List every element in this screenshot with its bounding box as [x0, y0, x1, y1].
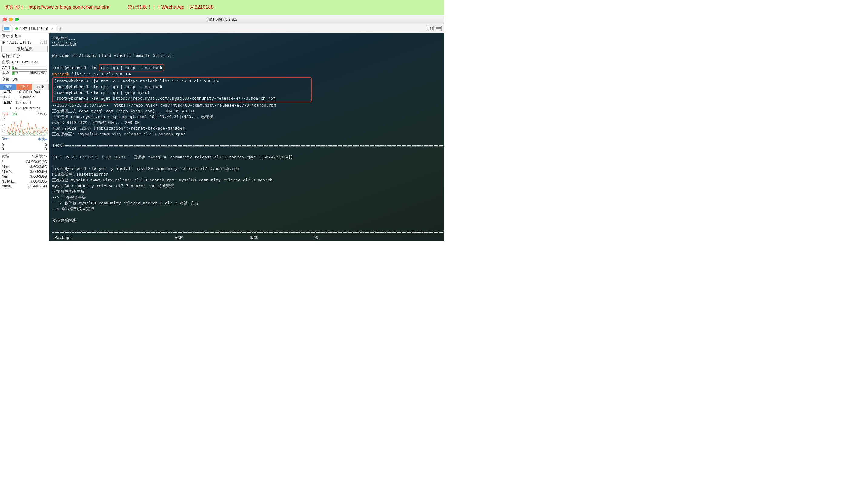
fs-row[interactable]: /dev3.6G/3.6G: [0, 164, 49, 169]
network-chart: 9K 6K 3K: [1, 118, 48, 136]
process-row: 00.3rcu_sched: [0, 106, 49, 111]
system-info-button[interactable]: 系统信息: [1, 46, 48, 53]
fs-row[interactable]: /34.9G/39.2G: [0, 160, 49, 164]
process-row: 13.7M10AliYunDun: [0, 90, 49, 95]
window-title: FinalShell 3.9.8.2: [0, 17, 444, 22]
add-tab-button[interactable]: +: [58, 26, 63, 31]
iface-label[interactable]: eth0▾: [38, 112, 47, 116]
highlight-box: rpm -qa | grep -i mariadb: [99, 64, 164, 71]
uptime: 运行 10 分: [0, 53, 49, 59]
tab-cmd[interactable]: 命令: [32, 84, 49, 90]
sidebar: 同步状态 IP 47.116.143.16复制 系统信息 运行 10 分 负载 …: [0, 33, 49, 241]
process-table: 13.7M10AliYunDun 385.8...1mysqld 5.9M0.7…: [0, 90, 49, 111]
fs-row[interactable]: /run/u...746M/746M: [0, 184, 49, 189]
process-row: 385.8...1mysqld: [0, 95, 49, 100]
ping-row: 0ms本机▾: [0, 136, 49, 142]
sync-status: 同步状态: [0, 33, 49, 39]
mem-row: 内存10%769M/7.3G: [0, 70, 49, 76]
blog-link[interactable]: https://www.cnblogs.com/chenyanbin/: [28, 4, 109, 10]
grid-view-icon[interactable]: [427, 26, 434, 31]
process-tabs: 内存 CPU 命令: [0, 84, 49, 90]
highlight-box: [root@ybchen-1 ~]# rpm -e --nodeps maria…: [52, 77, 312, 102]
folder-icon: [4, 27, 9, 30]
fs-row[interactable]: /run3.6G/3.6G: [0, 174, 49, 179]
cpu-row: CPU7%: [0, 65, 49, 70]
swap-row: 交换0%: [0, 76, 49, 82]
tab-label: 1 47.116.143.16: [20, 26, 48, 31]
download-label: ↓2K: [11, 112, 18, 116]
status-dot-icon: [16, 27, 18, 30]
fs-row[interactable]: /dev/s...3.6G/3.6G: [0, 169, 49, 174]
open-folder-button[interactable]: [2, 25, 11, 32]
fs-row[interactable]: /sys/fs...3.6G/3.6G: [0, 179, 49, 184]
load-avg: 负载 0.21, 0.35, 0.22: [0, 59, 49, 65]
tab-mem[interactable]: 内存: [0, 84, 17, 90]
session-tab[interactable]: 1 47.116.143.16 ×: [13, 25, 56, 32]
close-tab-icon[interactable]: ×: [51, 26, 54, 31]
process-row: 5.9M0.7sshd: [0, 100, 49, 106]
upload-label: ↑7K: [2, 112, 8, 116]
terminal[interactable]: 连接主机... 连接主机成功 Welcome to Alibaba Cloud …: [49, 33, 444, 241]
copy-button[interactable]: 复制: [40, 40, 47, 45]
list-view-icon[interactable]: [435, 26, 441, 31]
fs-header: 路径可用/大小: [0, 152, 49, 160]
sync-dot-icon: [19, 35, 21, 37]
tab-cpu[interactable]: CPU: [17, 84, 33, 90]
tab-bar: 1 47.116.143.16 × +: [0, 24, 444, 33]
window-titlebar: FinalShell 3.9.8.2: [0, 15, 444, 24]
net-label: ↑7K ↓2K eth0▾: [0, 111, 49, 117]
watermark-banner: 博客地址：https://www.cnblogs.com/chenyanbin/…: [0, 0, 444, 15]
ip-address: IP 47.116.143.16: [2, 40, 32, 44]
